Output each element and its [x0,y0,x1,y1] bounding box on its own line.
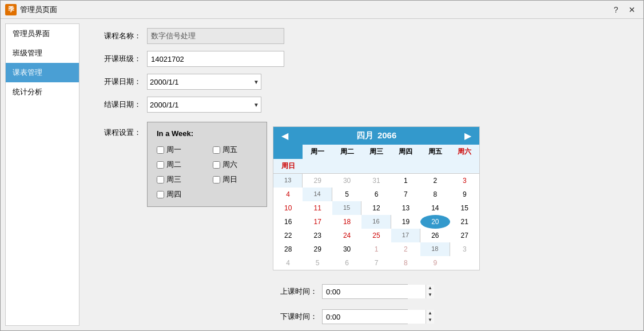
cal-day-w0-d3[interactable]: 1 [391,174,420,188]
cal-day-w2-d1[interactable]: 13 [391,201,420,215]
class-input[interactable] [147,51,284,67]
checkbox-fri[interactable] [213,146,220,154]
cal-day-w4-d2[interactable]: 28 [273,242,303,256]
cal-day-w2-d6[interactable]: 18 [332,215,361,229]
cal-day-w0-d5[interactable]: 3 [450,174,479,188]
cal-day-w4-d0[interactable]: 26 [420,229,450,242]
cal-day-w0-d1[interactable]: 30 [332,174,361,188]
cal-day-w0-d2[interactable]: 31 [361,174,391,188]
sidebar-item-schedule-management[interactable]: 课表管理 [6,63,79,82]
weekday-sat: 周六 [450,145,479,159]
sidebar-item-class-management[interactable]: 班级管理 [6,43,79,63]
end-time-row: 下课时间： ▲ ▼ [277,309,480,324]
end-time-down-button[interactable]: ▼ [426,317,434,324]
cal-day-w2-d4[interactable]: 16 [273,215,303,229]
checkbox-sun[interactable] [213,176,220,184]
week-check-sun[interactable]: 周日 [213,174,257,185]
week-check-sat[interactable]: 周六 [213,159,257,170]
end-time-input[interactable] [323,310,426,324]
weekday-thu: 周四 [391,145,420,159]
cal-day-w3-d6[interactable]: 25 [361,229,391,242]
prev-month-button[interactable]: ◀ [279,130,291,141]
next-month-button[interactable]: ▶ [462,130,474,141]
cal-day-w2-d3[interactable]: 15 [450,201,479,215]
label-mon: 周一 [166,145,181,155]
calendar-grid: 1329303112341456789101115121314151617181… [273,174,479,270]
end-time-up-button[interactable]: ▲ [426,310,434,317]
form-area: 课程名称： 开课班级： 开课日期： 2000/1/1 ▼ 结 [84,19,643,330]
cal-day-w4-d1[interactable]: 27 [450,229,479,242]
cal-day-w2-d2[interactable]: 14 [420,201,450,215]
cal-day-w4-d6[interactable]: 2 [391,242,420,256]
cal-day-w1-d6[interactable]: 11 [303,201,332,215]
start-time-spinner: ▲ ▼ [322,284,408,299]
close-button[interactable]: ✕ [625,3,639,17]
cal-day-w3-d0[interactable]: 19 [391,215,420,229]
cal-day-w5-d0[interactable]: 3 [450,242,479,256]
week-check-mon[interactable]: 周一 [157,145,201,155]
cal-day-w2-d5[interactable]: 17 [303,215,332,229]
checkbox-tue[interactable] [157,161,164,169]
cal-day-w5-d4[interactable]: 7 [361,256,391,270]
cal-day-w3-d2[interactable]: 21 [450,215,479,229]
cal-day-w5-d5[interactable]: 8 [391,256,420,270]
app-icon: 季 [5,4,17,15]
course-name-input[interactable] [147,28,284,44]
calendar-year: 2066 [377,130,396,140]
week-checkboxes: 周一 周五 周二 周六 周三 [157,145,257,200]
cal-day-w4-d4[interactable]: 30 [332,242,361,256]
checkbox-thu[interactable] [157,191,164,198]
cal-day-w3-d1[interactable]: 20 [420,215,450,229]
cal-day-w5-d6[interactable]: 9 [420,256,450,270]
main-content: 管理员界面 班级管理 课表管理 统计分析 课程名称： 开课班级： 开课日期： [1,19,643,330]
time-settings: 上课时间： ▲ ▼ 下课时间： [273,275,484,330]
cal-day-w4-d5[interactable]: 1 [361,242,391,256]
cal-day-w4-d3[interactable]: 29 [303,242,332,256]
sidebar-item-statistics[interactable]: 统计分析 [6,82,79,102]
week-num-4: 17 [391,229,420,242]
start-time-down-button[interactable]: ▼ [426,292,434,298]
cal-day-w0-d0[interactable]: 29 [303,174,332,188]
start-time-input[interactable] [323,285,426,298]
cal-day-w1-d2[interactable]: 7 [391,188,420,201]
title-bar: 季 管理员页面 ? ✕ [1,1,643,19]
help-button[interactable]: ? [609,3,623,17]
window-controls: ? ✕ [609,3,639,17]
week-check-tue[interactable]: 周二 [157,159,201,170]
cal-day-w2-d0[interactable]: 12 [361,201,391,215]
cal-day-w3-d4[interactable]: 23 [303,229,332,242]
cal-day-w3-d3[interactable]: 22 [273,229,303,242]
cal-day-w3-d5[interactable]: 24 [332,229,361,242]
checkbox-wed[interactable] [157,176,164,184]
course-settings-row: 课程设置： In a Week: 周一 周五 周二 [96,122,632,330]
cal-day-w1-d3[interactable]: 8 [420,188,450,201]
week-check-fri[interactable]: 周五 [213,145,257,155]
start-date-select-wrapper: 2000/1/1 ▼ [147,74,261,90]
checkbox-sat[interactable] [213,161,220,169]
cal-day-w1-d4[interactable]: 9 [450,188,479,201]
label-sat: 周六 [222,159,237,170]
week-check-thu[interactable]: 周四 [157,189,201,200]
class-row: 开课班级： [96,51,632,67]
cal-day-w5-d1[interactable]: 4 [273,256,303,270]
cal-day-w5-d2[interactable]: 5 [303,256,332,270]
week-num-1: 14 [303,188,332,201]
checkbox-mon[interactable] [157,146,164,154]
cal-day-w5-d3[interactable]: 6 [332,256,361,270]
label-wed: 周三 [166,174,181,185]
end-date-select[interactable]: 2000/1/1 [147,97,261,113]
cal-day-w1-d1[interactable]: 6 [361,188,391,201]
cal-day-w1-d5[interactable]: 10 [273,201,303,215]
week-num-2: 15 [332,201,361,215]
start-date-select[interactable]: 2000/1/1 [147,74,261,90]
week-num-5: 18 [420,242,450,256]
cal-day-w0-d4[interactable]: 2 [420,174,450,188]
end-date-label: 结课日期： [96,99,141,110]
cal-day-w0-d6[interactable]: 4 [273,188,303,201]
weekday-mon: 周一 [303,145,332,159]
cal-day-w1-d0[interactable]: 5 [332,188,361,201]
course-name-label: 课程名称： [96,31,141,41]
sidebar-item-admin-interface[interactable]: 管理员界面 [6,24,79,43]
start-time-up-button[interactable]: ▲ [426,285,434,292]
week-check-wed[interactable]: 周三 [157,174,201,185]
